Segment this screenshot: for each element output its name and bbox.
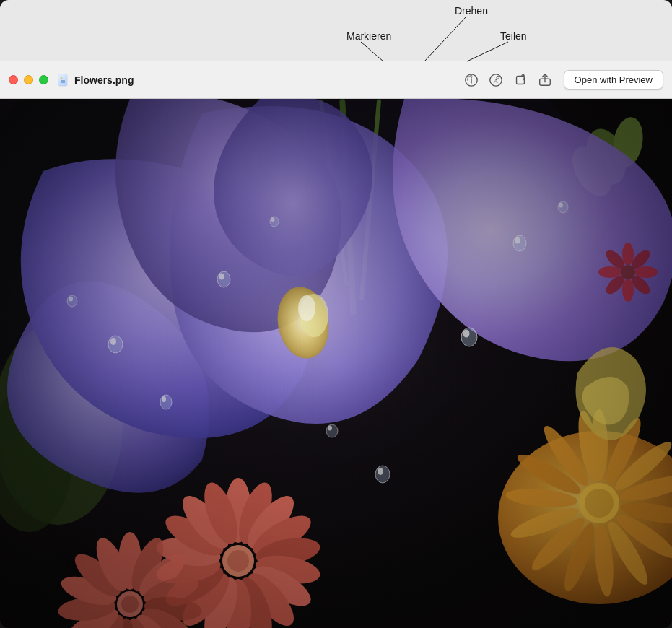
titlebar: Flowers.png A	[0, 61, 672, 99]
svg-rect-5	[61, 80, 65, 83]
open-with-preview-button[interactable]: Open with Preview	[564, 70, 663, 90]
window-title-section: Flowers.png	[57, 74, 460, 87]
svg-rect-118	[0, 99, 672, 628]
tooltip-drehen-label: Drehen	[455, 5, 488, 17]
svg-line-0	[361, 42, 383, 61]
window-filename: Flowers.png	[74, 74, 134, 86]
file-icon	[57, 74, 70, 87]
svg-point-6	[61, 77, 63, 79]
minimize-button[interactable]	[24, 75, 33, 84]
tooltip-area: Markieren Drehen Teilen	[0, 0, 672, 61]
flower-image-svg	[0, 99, 672, 628]
zoom-button[interactable]	[39, 75, 48, 84]
info-button[interactable]	[460, 69, 483, 92]
close-button[interactable]	[9, 75, 18, 84]
markup-button[interactable]: A	[484, 69, 507, 92]
image-area	[0, 99, 672, 628]
share-button[interactable]	[533, 69, 557, 92]
quick-look-window: Markieren Drehen Teilen	[0, 0, 672, 628]
tooltip-lines-svg: Markieren Drehen Teilen	[0, 0, 672, 61]
svg-marker-16	[521, 73, 525, 75]
svg-line-2	[467, 42, 508, 61]
traffic-lights	[9, 75, 48, 84]
toolbar-buttons: A	[460, 69, 663, 92]
tooltip-markieren-label: Markieren	[346, 30, 391, 42]
tooltip-teilen-label: Teilen	[500, 30, 527, 42]
rotate-button[interactable]	[509, 69, 532, 92]
svg-point-8	[471, 77, 472, 78]
svg-line-1	[424, 17, 466, 61]
